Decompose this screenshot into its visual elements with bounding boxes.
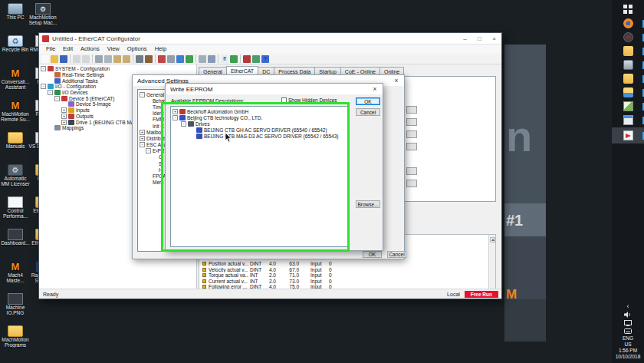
toolbar-icon[interactable] — [123, 55, 130, 63]
toolbar-icon[interactable] — [167, 55, 175, 63]
menu-item[interactable]: Help — [151, 45, 170, 54]
keyboard-icon[interactable] — [624, 327, 632, 335]
toolbar-icon[interactable] — [158, 55, 166, 63]
taskbar-item[interactable] — [612, 127, 644, 144]
clock-date[interactable]: 10/10/2018 — [616, 354, 641, 363]
toolbar-icon[interactable] — [60, 55, 67, 63]
expand-toggle-icon[interactable]: + — [140, 130, 145, 135]
expand-toggle-icon[interactable]: - — [54, 96, 60, 101]
table-row[interactable]: Current actual v... INT 2.0 73.0 Input 0 — [199, 279, 488, 285]
free-run-badge[interactable]: Free Run — [465, 291, 498, 298]
menu-item[interactable]: Edit — [59, 45, 77, 54]
maximize-icon[interactable]: □ — [472, 33, 487, 45]
toolbar-icon[interactable] — [73, 55, 80, 63]
expand-toggle-icon[interactable]: - — [41, 66, 46, 71]
expand-toggle-icon[interactable]: + — [61, 120, 67, 125]
eeprom-tree-item[interactable]: BEIJING CTB MAS-D3 AC SERVO DRIVER (6554… — [172, 133, 347, 139]
toolbar-icon[interactable] — [95, 55, 103, 63]
tree-item[interactable]: - SYSTEM - Configuration — [41, 66, 196, 72]
desktop-icon[interactable]: ⚙ MachMotion Setup Mac... — [29, 3, 57, 35]
language-indicator[interactable]: ENG US — [623, 335, 633, 348]
desktop-icon[interactable]: Manuals — [2, 132, 29, 164]
taskbar-item[interactable] — [612, 72, 644, 85]
desktop-icon[interactable]: Dashboard... — [2, 229, 29, 261]
menu-item[interactable]: View — [104, 45, 123, 54]
table-row[interactable]: Torque actual va... INT 2.0 71.0 Input 0 — [199, 272, 488, 279]
taskbar-item[interactable] — [612, 100, 644, 113]
toolbar-icon[interactable] — [196, 54, 196, 63]
toolbar-icon[interactable] — [70, 54, 71, 63]
eeprom-tree-item[interactable]: - Drives — [172, 120, 347, 127]
expand-toggle-icon[interactable]: - — [181, 121, 186, 127]
taskbar-item[interactable] — [612, 3, 644, 16]
hidden-button-fragment[interactable] — [406, 180, 417, 187]
expand-toggle-icon[interactable]: - — [41, 84, 46, 89]
toolbar-icon[interactable] — [113, 55, 121, 63]
expand-toggle-icon[interactable]: + — [172, 109, 178, 114]
title-bar[interactable]: Untitled - EtherCAT Configurator – □ × — [39, 33, 501, 45]
dialog-title-bar[interactable]: Write EEPROM × — [166, 84, 383, 94]
clock-time[interactable]: 1:56 PM — [619, 348, 637, 354]
table-row[interactable]: Position actual v... DINT 4.0 63.0 Input… — [199, 261, 488, 267]
eeprom-tree-item[interactable]: - Beijing CTB technology CO., LTD. — [172, 114, 347, 120]
close-icon[interactable]: × — [369, 84, 381, 94]
toolbar-icon[interactable] — [133, 54, 133, 63]
toolbar-icon[interactable] — [104, 55, 112, 63]
toolbar-icon[interactable] — [240, 54, 241, 63]
table-row[interactable]: Velocity actual v... DINT 4.0 67.0 Input… — [199, 267, 488, 273]
toolbar-icon[interactable] — [208, 55, 215, 63]
desktop-icon[interactable]: ♻ Recycle Bin — [2, 35, 29, 68]
eeprom-tree-item[interactable]: BEIJING CTB GH AC SERVO DRIVER (65540 / … — [172, 127, 347, 133]
show-hidden-devices[interactable]: Show Hidden Devices — [281, 97, 337, 103]
taskbar-item[interactable] — [612, 86, 644, 99]
menu-item[interactable]: File — [42, 45, 59, 54]
hidden-button-fragment[interactable] — [406, 106, 417, 114]
checkbox[interactable] — [281, 97, 287, 103]
toolbar-icon[interactable] — [136, 55, 143, 63]
toolbar-icon[interactable] — [252, 55, 260, 63]
toolbar-icon[interactable] — [51, 55, 58, 63]
toolbar-icon[interactable] — [230, 55, 238, 63]
cancel-button[interactable]: Cancel — [387, 251, 406, 258]
desktop-icon[interactable]: M Conversati... Assistant — [2, 68, 29, 100]
taskbar-item[interactable] — [612, 114, 644, 127]
toolbar-icon[interactable] — [218, 54, 219, 63]
minimize-icon[interactable]: – — [458, 33, 472, 45]
toolbar-icon[interactable]: ? — [261, 55, 269, 63]
close-icon[interactable]: × — [390, 75, 402, 86]
hidden-icons-chevron[interactable]: ‹ — [627, 302, 629, 310]
desktop-icon[interactable]: M MachMotion Remote Su... — [2, 100, 29, 132]
cancel-button[interactable]: Cancel — [356, 108, 380, 116]
toolbar-icon[interactable] — [92, 54, 93, 63]
desktop-icon[interactable]: ⚙ Automatic MM Licenser — [2, 164, 29, 196]
expand-toggle-icon[interactable]: - — [140, 142, 145, 147]
expand-toggle-icon[interactable]: - — [146, 148, 151, 153]
toolbar-icon[interactable]: ff — [221, 55, 228, 63]
desktop-icon[interactable]: MachMotion Programs a... — [2, 325, 29, 358]
desktop-icon[interactable]: This PC — [2, 3, 29, 35]
expand-toggle-icon[interactable]: - — [172, 115, 178, 120]
toolbar-icon[interactable] — [243, 55, 251, 63]
browse-button[interactable]: Browse... — [356, 200, 380, 208]
taskbar-item[interactable] — [612, 31, 644, 44]
hidden-button-fragment[interactable] — [406, 167, 417, 175]
desktop-icon[interactable]: Machine IO.PNG — [2, 293, 29, 325]
ok-button[interactable]: OK — [356, 97, 380, 105]
hidden-button-fragment[interactable] — [406, 143, 417, 150]
volume-icon[interactable] — [624, 310, 632, 318]
network-icon[interactable] — [624, 318, 632, 327]
vertical-scrollbar[interactable] — [488, 235, 495, 289]
ok-button[interactable]: OK — [363, 251, 382, 258]
taskbar-item[interactable] — [612, 45, 644, 58]
toolbar-icon[interactable] — [82, 55, 90, 63]
hidden-button-fragment[interactable] — [406, 118, 417, 126]
expand-toggle-icon[interactable]: + — [61, 107, 67, 113]
toolbar-icon[interactable] — [155, 54, 156, 63]
expand-toggle-icon[interactable]: + — [61, 114, 67, 119]
desktop-icon[interactable]: Control Performa... — [2, 196, 29, 229]
hidden-button-fragment[interactable] — [406, 130, 417, 138]
toolbar-icon[interactable] — [41, 55, 49, 63]
menu-item[interactable]: Options — [123, 45, 151, 54]
scroll-up-icon[interactable] — [490, 237, 495, 243]
expand-toggle-icon[interactable]: - — [48, 90, 53, 95]
